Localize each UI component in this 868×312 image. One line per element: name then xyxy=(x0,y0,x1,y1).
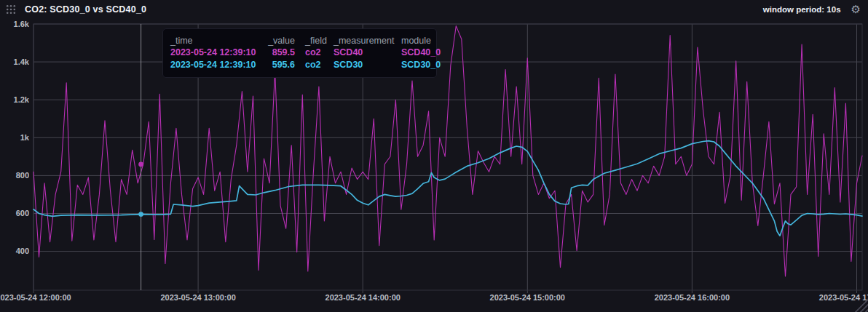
tooltip-row-scd40-measurement: SCD40 xyxy=(334,47,401,57)
x-tick-label: 2023-05-24 16:00:00 xyxy=(655,293,730,302)
tooltip-row-scd30-measurement: SCD30 xyxy=(334,60,401,70)
y-tick-label: 800 xyxy=(0,171,29,180)
drag-handle-icon[interactable] xyxy=(6,4,16,15)
settings-gear-icon[interactable]: ⚙ xyxy=(851,4,861,15)
hover-point-scd40_0 xyxy=(138,162,143,167)
window-period-label: window period: 10s xyxy=(763,5,841,14)
y-tick-label: 600 xyxy=(0,209,29,218)
tooltip-row-scd40-field: co2 xyxy=(305,47,334,57)
x-tick-label: 2023-05-24 15:00:00 xyxy=(490,293,565,302)
tooltip-col-time: _time xyxy=(170,36,261,46)
tooltip-col-field: _field xyxy=(305,36,334,46)
cell-header: CO2: SCD30_0 vs SCD40_0 window period: 1… xyxy=(0,0,868,19)
tooltip-row-scd40-value: 859.5 xyxy=(261,47,305,57)
tooltip-col-module: module xyxy=(401,36,441,46)
y-tick-label: 1.6k xyxy=(0,20,29,29)
hover-tooltip: _time _value _field _measurement module … xyxy=(162,28,437,78)
series-scd40-line xyxy=(33,26,862,276)
hover-point-scd30_0 xyxy=(138,212,143,217)
tooltip-col-value: _value xyxy=(261,36,305,46)
y-tick-label: 1k xyxy=(0,133,29,143)
tooltip-row-scd30-time: 2023-05-24 12:39:10 xyxy=(170,60,261,70)
x-tick-label: 2023-05-24 12:00:00 xyxy=(0,293,71,302)
tooltip-row-scd30-value: 595.6 xyxy=(261,60,305,70)
x-tick-label: 2023-05-24 17:00:00 xyxy=(819,293,868,302)
y-tick-label: 400 xyxy=(0,247,29,256)
tooltip-row-scd30-field: co2 xyxy=(305,60,334,70)
cell-title: CO2: SCD30_0 vs SCD40_0 xyxy=(25,4,146,15)
y-tick-label: 1.4k xyxy=(0,57,29,67)
tooltip-row-scd30-module: SCD30_0 xyxy=(401,60,441,70)
tooltip-col-measurement: _measurement xyxy=(334,36,401,46)
tooltip-row-scd40-module: SCD40_0 xyxy=(401,47,441,57)
x-tick-label: 2023-05-24 13:00:00 xyxy=(160,293,235,302)
y-tick-label: 1.2k xyxy=(0,95,29,105)
x-tick-label: 2023-05-24 14:00:00 xyxy=(326,293,401,302)
dashboard-cell: CO2: SCD30_0 vs SCD40_0 window period: 1… xyxy=(0,0,868,312)
tooltip-row-scd40-time: 2023-05-24 12:39:10 xyxy=(170,47,261,57)
